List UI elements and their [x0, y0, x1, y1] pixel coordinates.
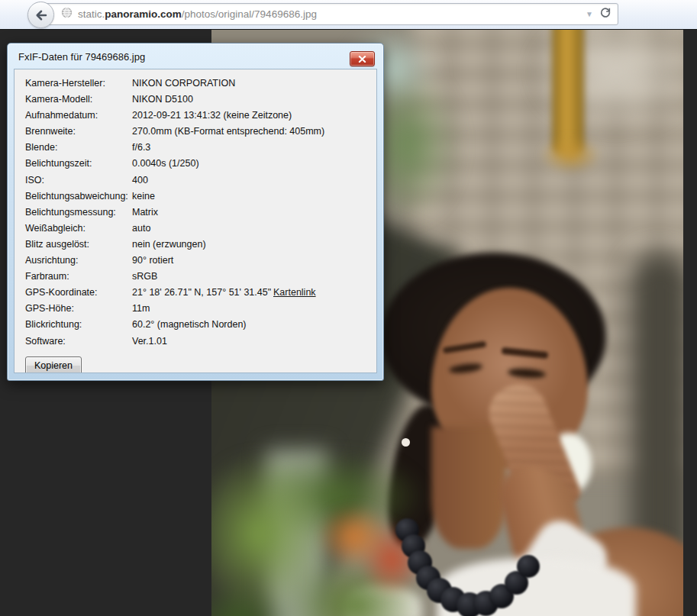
exif-label: Kamera-Hersteller:	[25, 76, 132, 92]
exif-label: Blickrichtung:	[25, 317, 132, 333]
exif-label: Farbraum:	[25, 269, 132, 285]
exif-value: 2012-09-21 13:41:32 (keine Zeitzone)	[132, 108, 292, 124]
exif-row: Weißabgleich:auto	[25, 221, 376, 237]
exif-value: NIKON CORPORATION	[132, 76, 235, 92]
browser-toolbar: static.panoramio.com/photos/original/794…	[0, 0, 697, 30]
exif-value: 11m	[132, 301, 150, 317]
exif-row: Kamera-Modell:NIKON D5100	[25, 92, 376, 108]
exif-value: 270.0mm (KB-Format entsprechend: 405mm)	[132, 124, 324, 140]
exif-label: Blende:	[25, 140, 132, 156]
woman-neck	[431, 427, 506, 549]
exif-row: Software:Ver.1.01	[25, 334, 376, 350]
exif-label: GPS-Höhe:	[25, 301, 132, 317]
fxif-dialog: FxIF-Daten für 79469686.jpg Kamera-Herst…	[7, 43, 384, 381]
exif-value: Ver.1.01	[132, 334, 167, 350]
exif-row: Aufnahmedatum:2012-09-21 13:41:32 (keine…	[25, 108, 376, 124]
exif-label: Weißabgleich:	[25, 221, 132, 237]
exif-row: Blitz ausgelöst:nein (erzwungen)	[25, 237, 376, 253]
exif-value: 400	[132, 173, 148, 189]
close-icon	[358, 52, 366, 66]
chevron-down-icon[interactable]: ▼	[579, 10, 599, 18]
exif-row: GPS-Höhe:11m	[25, 301, 376, 317]
exif-row: Kamera-Hersteller:NIKON CORPORATION	[25, 76, 376, 92]
exif-label: Aufnahmedatum:	[25, 108, 132, 124]
exif-row: Belichtungsabweichung:keine	[25, 189, 376, 205]
exif-label: Belichtungsmessung:	[25, 205, 132, 221]
exif-value: nein (erzwungen)	[132, 237, 206, 253]
exif-label: ISO:	[25, 173, 132, 189]
exif-value: NIKON D5100	[132, 92, 193, 108]
exif-label: Brennweite:	[25, 124, 132, 140]
exif-row: GPS-Koordinate:21° 18' 26.71" N, 157° 51…	[25, 285, 376, 301]
exif-label: GPS-Koordinate:	[25, 285, 132, 301]
pearl-earring	[402, 438, 410, 447]
back-button[interactable]	[27, 2, 54, 28]
exif-label: Belichtungszeit:	[25, 156, 132, 172]
exif-label: Blitz ausgelöst:	[25, 237, 132, 253]
exif-row: Belichtungszeit:0.0040s (1/250)	[25, 156, 376, 172]
exif-value: 60.2° (magnetisch Norden)	[132, 317, 247, 333]
exif-label: Ausrichtung:	[25, 253, 132, 269]
reload-button[interactable]	[599, 7, 611, 22]
exif-value: f/6.3	[132, 140, 150, 156]
exif-row: ISO:400	[25, 173, 376, 189]
exif-value: 90° rotiert	[132, 253, 173, 269]
exif-label: Software:	[25, 334, 132, 350]
exif-row: Blende:f/6.3	[25, 140, 376, 156]
exif-value: Matrix	[132, 205, 158, 221]
exif-row: Brennweite:270.0mm (KB-Format entspreche…	[25, 124, 376, 140]
necklace-bead	[517, 555, 540, 578]
exif-row: Farbraum:sRGB	[25, 269, 376, 285]
exif-value: 21° 18' 26.71" N, 157° 51' 31.45" W	[132, 285, 271, 301]
back-arrow-icon	[34, 8, 48, 22]
exif-value: 0.0040s (1/250)	[132, 156, 199, 172]
exif-row: Ausrichtung:90° rotiert	[25, 253, 376, 269]
dialog-title: FxIF-Daten für 79469686.jpg	[18, 51, 145, 63]
exif-value: keine	[132, 189, 155, 205]
exif-label: Belichtungsabweichung:	[25, 189, 132, 205]
reload-icon	[599, 7, 611, 22]
exif-row: Belichtungsmessung:Matrix	[25, 205, 376, 221]
map-link[interactable]: Kartenlink	[273, 285, 316, 301]
close-button[interactable]	[350, 51, 375, 66]
copy-button[interactable]: Kopieren	[25, 356, 82, 373]
exif-value: auto	[132, 221, 150, 237]
golden-blob-blur	[540, 137, 601, 173]
exif-label: Kamera-Modell:	[25, 92, 132, 108]
exif-table: Kamera-Hersteller:NIKON CORPORATIONKamer…	[14, 69, 377, 373]
globe-icon	[61, 7, 73, 21]
exif-value: sRGB	[132, 269, 157, 285]
exif-row: Blickrichtung:60.2° (magnetisch Norden)	[25, 317, 376, 333]
address-bar[interactable]: static.panoramio.com/photos/original/794…	[40, 3, 618, 25]
url-text: static.panoramio.com/photos/original/794…	[78, 8, 317, 20]
